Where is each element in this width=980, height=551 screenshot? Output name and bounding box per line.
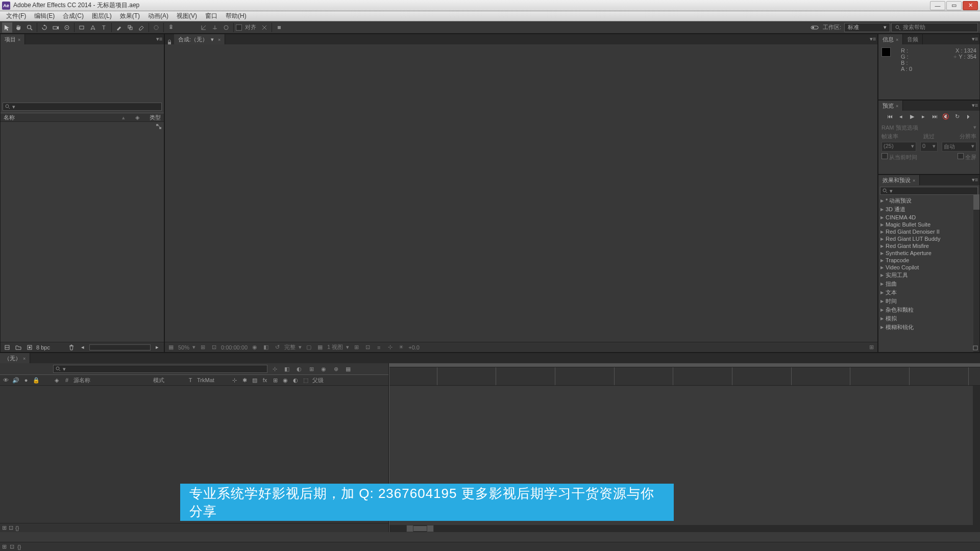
help-search-input[interactable]: 搜索帮助: [891, 23, 978, 32]
effects-category[interactable]: ▶Red Giant Denoiser II: [878, 228, 979, 235]
roto-brush-tool[interactable]: [151, 22, 161, 33]
menu-edit[interactable]: 编辑(E): [30, 11, 59, 21]
toggle-modes-icon[interactable]: ⊡: [10, 543, 14, 550]
world-axis-icon[interactable]: [210, 22, 220, 33]
loop-icon[interactable]: ↻: [953, 113, 961, 120]
zoom-tool[interactable]: [24, 22, 35, 33]
fullscreen-checkbox[interactable]: [958, 153, 964, 159]
roi-icon[interactable]: ▢: [305, 344, 313, 350]
panel-menu-icon[interactable]: ▾≡: [156, 35, 163, 42]
pan-behind-tool[interactable]: [62, 22, 72, 33]
effect-switch-icon[interactable]: fx: [261, 377, 268, 384]
effects-category[interactable]: ▶文本: [878, 288, 979, 297]
close-tab-icon[interactable]: ×: [23, 356, 26, 361]
bpc-label[interactable]: 8 bpc: [36, 344, 50, 350]
maximize-button[interactable]: ▭: [946, 1, 962, 10]
resolution-dropdown[interactable]: 完整: [284, 343, 296, 351]
effects-category[interactable]: ▶Video Copilot: [878, 264, 979, 271]
project-search-input[interactable]: ▾: [3, 103, 162, 111]
rectangle-tool[interactable]: [77, 22, 87, 33]
new-comp-icon[interactable]: [25, 343, 34, 352]
close-tab-icon[interactable]: ×: [18, 37, 20, 42]
transparency-grid-icon[interactable]: ▦: [316, 344, 324, 350]
menu-help[interactable]: 帮助(H): [222, 11, 251, 21]
panel-menu-icon[interactable]: ▾≡: [971, 176, 978, 183]
graph-editor-icon[interactable]: ▦: [343, 364, 353, 373]
time-ruler[interactable]: [389, 367, 980, 386]
menu-effect[interactable]: 效果(T): [116, 11, 144, 21]
video-toggle-icon[interactable]: 👁: [2, 377, 9, 384]
effects-tab[interactable]: 效果和预设×: [878, 175, 920, 185]
hand-tool[interactable]: [13, 22, 23, 33]
reset-exposure-icon[interactable]: ↺: [273, 344, 281, 350]
effects-category[interactable]: ▶Trapcode: [878, 257, 979, 264]
resolution-icon[interactable]: ⊞: [199, 344, 207, 350]
project-scrollbar[interactable]: [89, 344, 151, 350]
frameblend-switch-icon[interactable]: ⊞: [272, 377, 279, 384]
composition-viewer[interactable]: [165, 44, 877, 342]
tag-icon[interactable]: ◈: [135, 114, 139, 121]
toggle-alpha-icon[interactable]: ⊞: [867, 344, 875, 350]
audio-tab[interactable]: 音频: [903, 34, 923, 44]
from-current-checkbox[interactable]: [881, 153, 888, 159]
label-icon[interactable]: ◈: [53, 377, 60, 384]
prev-frame-icon[interactable]: ◂: [897, 113, 905, 120]
column-name[interactable]: 名称: [4, 114, 15, 121]
quality-switch-icon[interactable]: ▨: [251, 377, 258, 384]
menu-view[interactable]: 视图(V): [173, 11, 201, 21]
effects-category[interactable]: ▶CINEMA 4D: [878, 214, 979, 221]
timeline-icon[interactable]: ≡: [375, 344, 383, 350]
shy-switch-icon[interactable]: ⊹: [231, 377, 238, 384]
exposure-reset-icon[interactable]: ☀: [397, 344, 405, 350]
minimize-button[interactable]: —: [930, 1, 945, 10]
rotation-tool[interactable]: [39, 22, 50, 33]
effects-category[interactable]: ▶Red Giant LUT Buddy: [878, 235, 979, 242]
camera-tool[interactable]: [51, 22, 61, 33]
snapping-checkbox[interactable]: [236, 24, 242, 31]
pen-tool[interactable]: [88, 22, 98, 33]
eraser-tool[interactable]: [136, 22, 146, 33]
interpret-footage-icon[interactable]: [3, 343, 12, 352]
audio-toggle-icon[interactable]: 🔊: [12, 377, 19, 384]
zoom-dropdown[interactable]: 50%: [178, 344, 189, 350]
motion-blur-icon[interactable]: ◉: [318, 364, 329, 373]
adjustment-switch-icon[interactable]: ◐: [292, 377, 299, 384]
menu-layer[interactable]: 图层(L): [88, 11, 116, 21]
sync-settings-icon[interactable]: [810, 22, 820, 33]
info-tab[interactable]: 信息×: [878, 34, 903, 44]
timeline-zoom-bar[interactable]: [389, 525, 973, 532]
lock-toggle-icon[interactable]: 🔒: [33, 377, 40, 384]
last-frame-icon[interactable]: ⏭: [930, 113, 939, 119]
menu-composition[interactable]: 合成(C): [59, 11, 88, 21]
column-parent[interactable]: 父级: [312, 377, 343, 384]
timeline-tab[interactable]: （无）×: [0, 353, 30, 363]
lock-icon[interactable]: [165, 39, 174, 44]
clone-tool[interactable]: [125, 22, 135, 33]
next-icon[interactable]: ▸: [153, 343, 162, 352]
effects-category[interactable]: ▶Red Giant Misfire: [878, 242, 979, 249]
panel-menu-icon[interactable]: ▾≡: [869, 35, 876, 42]
collapse-switch-icon[interactable]: ✱: [241, 377, 248, 384]
toggle-switches-icon[interactable]: ⊞: [2, 543, 7, 550]
draft-3d-icon[interactable]: ◧: [282, 364, 292, 373]
pixel-aspect-icon[interactable]: ⊞: [352, 344, 360, 350]
comp-flowchart-icon[interactable]: ⊹: [386, 344, 394, 350]
toggle-switches-icon[interactable]: ⊞: [2, 524, 7, 531]
effects-category[interactable]: ▶时间: [878, 297, 979, 306]
comp-mini-flowchart-icon[interactable]: ⊹: [270, 364, 280, 373]
effects-category[interactable]: ▶模拟: [878, 314, 979, 323]
panel-menu-icon[interactable]: ▾≡: [971, 35, 978, 42]
preview-tab[interactable]: 预览×: [878, 101, 903, 111]
column-type[interactable]: 类型: [150, 114, 161, 121]
snap-edge-icon[interactable]: [274, 22, 284, 33]
effects-category[interactable]: ▶实用工具: [878, 271, 979, 280]
exposure-value[interactable]: +0.0: [408, 344, 420, 350]
fast-draft-icon[interactable]: ⊡: [363, 344, 372, 350]
effects-category[interactable]: ▶3D 通道: [878, 205, 979, 214]
column-mode[interactable]: 模式: [153, 377, 184, 384]
brainstorm-icon[interactable]: ⊕: [331, 364, 341, 373]
close-button[interactable]: ✕: [963, 1, 978, 10]
show-channel-icon[interactable]: ◧: [262, 344, 270, 350]
snapshot-icon[interactable]: ◉: [251, 344, 259, 350]
menu-window[interactable]: 窗口: [201, 11, 222, 21]
